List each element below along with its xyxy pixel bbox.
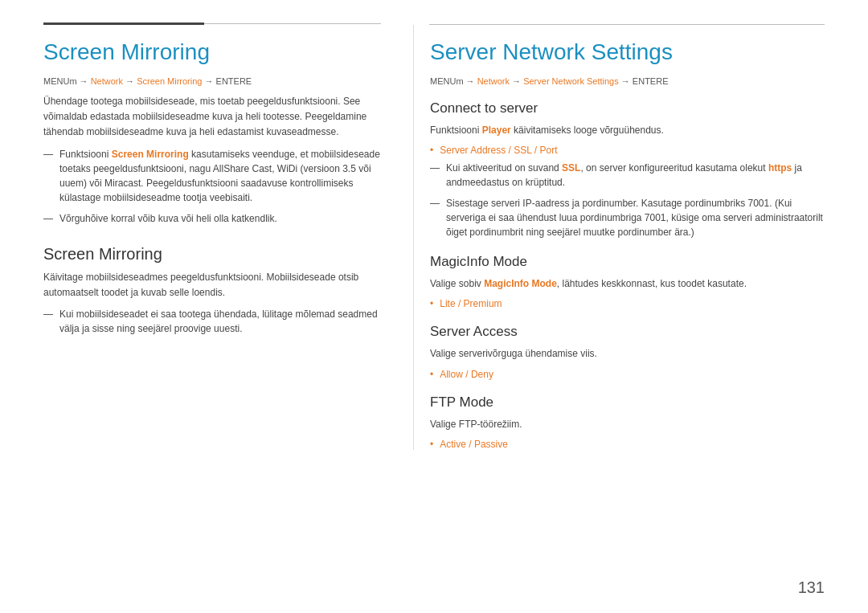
- right-breadcrumb-server-settings[interactable]: Server Network Settings: [523, 76, 619, 86]
- left-intro-text: Ühendage tootega mobiilsideseade, mis to…: [43, 94, 381, 141]
- section-ftp-body: Valige FTP-töörežiim.: [430, 417, 825, 432]
- section-magicinfo-title: MagicInfo Mode: [430, 254, 825, 270]
- left-note-1: Funktsiooni Screen Mirroring kasutamisek…: [43, 147, 381, 205]
- left-section-note: Kui mobiilsideseadet ei saa tootega ühen…: [43, 307, 381, 336]
- section-ftp-bullet: Active / Passive: [430, 439, 825, 450]
- section-magicinfo-body: Valige sobiv MagicInfo Mode, lähtudes ke…: [430, 276, 825, 292]
- section-server-access-bullet: Allow / Deny: [430, 369, 825, 380]
- left-section-body: Käivitage mobiilsideseadmes peegeldusfun…: [43, 270, 381, 300]
- right-breadcrumb: MENUm → Network → Server Network Setting…: [430, 76, 825, 86]
- section-connect-body: Funktsiooni Player käivitamiseks looge v…: [430, 123, 825, 138]
- right-page-title: Server Network Settings: [430, 39, 825, 65]
- left-note-2: Võrguhõive korral võib kuva või heli oll…: [43, 211, 381, 226]
- right-breadcrumb-network[interactable]: Network: [477, 76, 510, 86]
- left-section-title: Screen Mirroring: [43, 245, 381, 264]
- left-page-title: Screen Mirroring: [43, 39, 381, 65]
- left-breadcrumb-network[interactable]: Network: [91, 76, 123, 86]
- left-breadcrumb-screen-mirroring[interactable]: Screen Mirroring: [137, 76, 202, 86]
- section-connect-bullet: Server Address / SSL / Port: [430, 145, 825, 156]
- section-server-access-title: Server Access: [430, 324, 825, 340]
- section-connect-note-1: Kui aktiveeritud on suvand SSL, on serve…: [430, 161, 825, 190]
- section-ftp-title: FTP Mode: [430, 394, 825, 411]
- page-number: 131: [798, 578, 825, 597]
- left-breadcrumb: MENUm → Network → Screen Mirroring → ENT…: [43, 76, 381, 86]
- section-connect-note-2: Sisestage serveri IP-aadress ja pordinum…: [430, 196, 825, 239]
- section-magicinfo-bullet: Lite / Premium: [430, 298, 825, 309]
- section-connect-title: Connect to server: [430, 100, 825, 116]
- left-thin-bar: [204, 23, 381, 24]
- section-server-access-body: Valige serverivõrguga ühendamise viis.: [430, 346, 825, 362]
